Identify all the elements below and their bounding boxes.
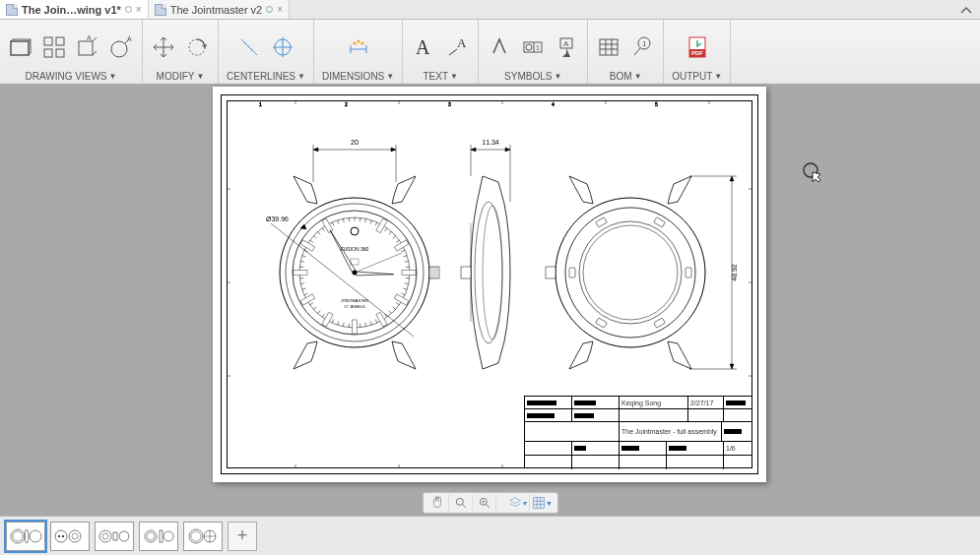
svg-text:5: 5 bbox=[655, 101, 658, 107]
svg-point-24 bbox=[526, 44, 532, 50]
svg-rect-175 bbox=[534, 498, 545, 509]
pan-icon[interactable] bbox=[427, 494, 449, 512]
feature-control-icon[interactable]: 1 bbox=[520, 34, 546, 60]
svg-text:A: A bbox=[416, 36, 430, 58]
ribbon-group-label[interactable]: DIMENSIONS▼ bbox=[322, 71, 394, 82]
layers-icon[interactable]: ▼ bbox=[508, 494, 530, 512]
svg-rect-160 bbox=[686, 268, 691, 278]
move-icon[interactable] bbox=[151, 34, 176, 60]
pdf-icon[interactable]: PDF bbox=[685, 34, 710, 60]
ribbon-group-modify: MODIFY▼ bbox=[143, 20, 219, 84]
tab-label: The Join…wing v1* bbox=[22, 4, 121, 16]
svg-point-183 bbox=[30, 530, 41, 542]
ribbon-group-bom: 1 BOM▼ bbox=[588, 20, 664, 84]
text-icon[interactable]: A bbox=[411, 34, 436, 60]
svg-rect-139 bbox=[429, 267, 439, 278]
drawing-sheet: 12345 bbox=[213, 87, 766, 482]
svg-rect-191 bbox=[113, 532, 117, 540]
svg-point-184 bbox=[55, 530, 67, 542]
sheet-tab-bar: + bbox=[0, 516, 980, 555]
drawing-canvas[interactable]: 12345 bbox=[0, 85, 980, 492]
tab-label: The Jointmaster v2 bbox=[170, 4, 263, 16]
svg-point-20 bbox=[360, 42, 363, 45]
centerline-icon[interactable] bbox=[236, 34, 262, 60]
svg-rect-29 bbox=[600, 39, 618, 55]
ribbon-group-label[interactable]: SYMBOLS▼ bbox=[504, 71, 561, 82]
ribbon-toolbar: A A DRAWING VIEWS▼ MODIFY▼ bbox=[0, 20, 980, 85]
zoom-window-icon[interactable] bbox=[475, 494, 496, 512]
ribbon-group-label[interactable]: TEXT▼ bbox=[423, 71, 457, 82]
svg-point-187 bbox=[69, 530, 81, 542]
title-block: Keqing Song 2/27/17 The Jointmaster - fu… bbox=[524, 396, 752, 468]
svg-point-194 bbox=[147, 532, 155, 540]
center-mark-icon[interactable] bbox=[270, 34, 295, 60]
view-nav-toolbar: ▼ ▼ bbox=[423, 492, 558, 514]
drawing-doc-icon bbox=[6, 4, 18, 16]
svg-rect-4 bbox=[56, 49, 64, 57]
svg-point-182 bbox=[25, 529, 29, 543]
rotate-icon[interactable] bbox=[184, 34, 210, 60]
base-view-icon[interactable] bbox=[8, 34, 33, 60]
zoom-icon[interactable] bbox=[451, 494, 473, 512]
dial-sub1: JOINTMASTER bbox=[341, 298, 368, 303]
datum-icon[interactable]: A bbox=[554, 34, 579, 60]
ribbon-group-text: A A TEXT▼ bbox=[403, 20, 479, 84]
close-tab-icon[interactable]: × bbox=[277, 4, 283, 15]
close-tab-icon[interactable]: × bbox=[136, 4, 142, 15]
ribbon-group-centerlines: CENTERLINES▼ bbox=[219, 20, 314, 84]
surface-finish-icon[interactable] bbox=[487, 34, 512, 60]
detail-view-icon[interactable]: A bbox=[108, 34, 134, 60]
model-doc-icon bbox=[155, 4, 166, 16]
expand-ribbon-icon[interactable] bbox=[952, 0, 980, 19]
svg-text:2: 2 bbox=[345, 101, 348, 107]
ribbon-group-label[interactable]: CENTERLINES▼ bbox=[227, 71, 305, 82]
ribbon-group-label[interactable]: OUTPUT▼ bbox=[672, 71, 722, 82]
leader-text-icon[interactable]: A bbox=[444, 34, 470, 60]
svg-text:A: A bbox=[87, 35, 92, 41]
ribbon-group-symbols: 1 A SYMBOLS▼ bbox=[479, 20, 588, 84]
svg-point-7 bbox=[111, 41, 127, 57]
svg-point-169 bbox=[456, 498, 463, 505]
svg-point-189 bbox=[99, 530, 111, 542]
svg-point-181 bbox=[13, 531, 23, 541]
tab-bar: The Join…wing v1* × The Jointmaster v2 × bbox=[0, 0, 980, 20]
balloon-icon[interactable]: 1 bbox=[629, 34, 655, 60]
ribbon-group-label[interactable]: MODIFY▼ bbox=[157, 71, 205, 82]
sheet-thumb-4[interactable] bbox=[139, 522, 178, 551]
ribbon-group-label[interactable]: DRAWING VIEWS▼ bbox=[26, 71, 117, 82]
svg-point-192 bbox=[119, 531, 129, 541]
svg-text:PDF: PDF bbox=[691, 50, 703, 56]
tab-drawing-v1[interactable]: The Join…wing v1* × bbox=[0, 0, 149, 19]
dimension-thickness: 11.34 bbox=[482, 139, 499, 146]
svg-rect-3 bbox=[44, 49, 52, 57]
svg-point-198 bbox=[191, 531, 201, 541]
dial-sub2: 17 JEWELS bbox=[344, 304, 365, 309]
svg-rect-195 bbox=[160, 530, 163, 542]
svg-text:1: 1 bbox=[642, 39, 647, 48]
svg-text:1: 1 bbox=[259, 101, 262, 107]
dimension-height: 48.92 bbox=[731, 264, 738, 281]
sheet-thumb-5[interactable] bbox=[183, 522, 223, 551]
svg-rect-0 bbox=[11, 41, 29, 55]
svg-point-188 bbox=[72, 533, 78, 539]
dial-brand: FUSION 360 bbox=[341, 246, 369, 252]
dimension-icon[interactable] bbox=[346, 34, 371, 60]
table-icon[interactable] bbox=[596, 34, 621, 60]
svg-rect-132 bbox=[294, 271, 307, 276]
sheet-thumb-2[interactable] bbox=[50, 522, 90, 551]
projected-view-icon[interactable] bbox=[41, 34, 67, 60]
sheet-thumb-1[interactable] bbox=[6, 522, 45, 551]
svg-point-18 bbox=[353, 42, 356, 45]
svg-rect-126 bbox=[402, 271, 416, 276]
svg-point-190 bbox=[102, 533, 108, 539]
grid-display-icon[interactable]: ▼ bbox=[532, 494, 554, 512]
add-sheet-button[interactable]: + bbox=[228, 522, 257, 551]
ribbon-group-label[interactable]: BOM▼ bbox=[610, 71, 642, 82]
svg-text:A: A bbox=[127, 35, 132, 42]
section-view-icon[interactable]: A bbox=[75, 34, 100, 60]
sheet-thumb-3[interactable] bbox=[95, 522, 134, 551]
svg-text:A: A bbox=[457, 35, 467, 50]
tab-jointmaster-v2[interactable]: The Jointmaster v2 × bbox=[149, 0, 290, 19]
svg-point-137 bbox=[353, 271, 358, 276]
svg-rect-129 bbox=[353, 320, 358, 334]
